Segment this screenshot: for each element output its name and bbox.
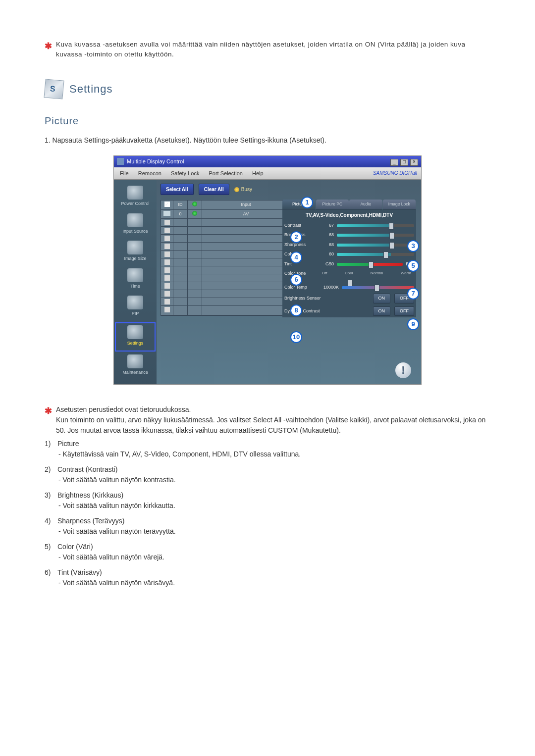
brightness-sensor-row: Brightness Sensor ON OFF	[282, 292, 416, 305]
item-sub: - Voit säätää valitun näytön terävyyttä.	[58, 526, 490, 537]
item-num: 1)	[45, 439, 57, 459]
desc-item: 4)Sharpness (Terävyys)- Voit säätää vali…	[45, 516, 490, 537]
color-row: Color 60	[282, 250, 416, 259]
tab-picture-pc[interactable]: Picture PC	[316, 200, 349, 209]
col-input: Input	[202, 201, 290, 209]
item-sub: - Voit säätää valitun näytön kontrastia.	[58, 475, 490, 485]
pip-icon	[127, 296, 143, 309]
sidebar-item-power-control[interactable]: Power Control	[114, 184, 157, 211]
app-title: Multiple Display Control	[127, 157, 184, 166]
menu-port-selection[interactable]: Port Selection	[205, 168, 246, 179]
app-window: Multiple Display Control _ □ × File Remo…	[113, 155, 422, 385]
dynamic-contrast-off[interactable]: OFF	[394, 306, 414, 316]
callout-2: 2	[290, 231, 302, 243]
menu-safety-lock[interactable]: Safety Lock	[167, 168, 203, 179]
below-note-1: Asetusten perustiedot ovat tietoruudukos…	[56, 405, 191, 413]
brightness-slider[interactable]	[337, 234, 414, 237]
item-num: 4)	[45, 516, 57, 537]
item-sub: - Voit säätää valitun näytön kirkkautta.	[58, 501, 490, 511]
desc-item: 5)Color (Väri)- Voit säätää valitun näyt…	[45, 542, 490, 562]
callout-4: 4	[290, 252, 302, 263]
callout-3: 3	[407, 240, 419, 252]
sharpness-slider[interactable]	[337, 244, 414, 247]
star-icon: ✱	[45, 40, 52, 60]
item-num: 6)	[45, 567, 57, 588]
section-title: Settings	[69, 81, 113, 97]
image-size-icon	[127, 241, 143, 254]
item-title: Color (Väri)	[57, 542, 490, 552]
sidebar-item-input-source[interactable]: Input Source	[114, 211, 157, 239]
select-all-button[interactable]: Select All	[160, 184, 194, 195]
step-1-num: 1.	[45, 136, 53, 144]
maximize-button[interactable]: □	[400, 159, 408, 166]
status-dot	[192, 211, 197, 216]
tint-row: Tint G50 R50	[282, 259, 416, 269]
callout-10: 10	[290, 331, 302, 343]
dynamic-contrast-on[interactable]: ON	[373, 306, 391, 316]
panel-subtitle: TV,AV,S-Video,Component,HDMI,DTV	[282, 209, 416, 221]
busy-icon	[234, 187, 239, 192]
alert-icon: !	[395, 362, 411, 378]
star-icon: ✱	[45, 404, 52, 436]
menu-help[interactable]: Help	[248, 168, 268, 179]
device-icon	[163, 211, 170, 216]
callout-7: 7	[407, 288, 419, 300]
close-button[interactable]: ×	[410, 159, 418, 166]
color-temp-slider[interactable]	[342, 286, 414, 289]
busy-label: Busy	[241, 186, 252, 193]
brightness-sensor-on[interactable]: ON	[373, 294, 391, 303]
col-id: ID	[173, 201, 188, 209]
item-title: Tint (Värisävy)	[57, 567, 490, 578]
sidebar-item-time[interactable]: Time	[114, 266, 157, 294]
minimize-button[interactable]: _	[390, 159, 398, 166]
settings-cube-icon	[44, 79, 64, 99]
brand-label: SAMSUNG DIGITall	[373, 169, 417, 177]
sidebar-item-settings[interactable]: Settings	[115, 322, 156, 352]
callout-1: 1	[301, 197, 313, 208]
menu-remocon[interactable]: Remocon	[134, 168, 165, 179]
app-icon	[117, 158, 124, 165]
contrast-row: Contrast 67	[282, 221, 416, 231]
item-num: 2)	[45, 464, 57, 485]
table-row[interactable]: 0 AV ▴	[161, 210, 300, 219]
dynamic-contrast-row: Dynamic Contrast ON OFF	[282, 305, 416, 318]
intro-note: Kuva kuvassa -asetuksen avulla voi määri…	[56, 40, 490, 60]
desc-item: 1)Picture- Käytettävissä vain TV, AV, S-…	[45, 439, 490, 459]
input-source-icon	[127, 213, 143, 227]
sidebar-item-maintenance[interactable]: Maintenance	[114, 353, 157, 380]
maintenance-icon	[127, 354, 143, 368]
below-note-2: Kun toiminto on valittu, arvo näkyy liuk…	[56, 416, 485, 434]
subsection-title: Picture	[45, 113, 490, 128]
callout-9: 9	[407, 318, 419, 330]
item-num: 5)	[45, 542, 57, 562]
menu-file[interactable]: File	[116, 168, 133, 179]
sidebar-item-pip[interactable]: PIP	[114, 294, 157, 321]
tab-audio[interactable]: Audio	[349, 200, 382, 209]
contrast-slider[interactable]	[337, 224, 414, 227]
device-grid: ✓ ID Input 0 AV ▴	[160, 200, 300, 316]
item-title: Contrast (Kontrasti)	[57, 464, 490, 475]
brightness-row: Brightness 68	[282, 230, 416, 240]
item-num: 3)	[45, 490, 57, 511]
item-title: Picture	[57, 439, 490, 449]
color-tone-row: Color Tone Off Cool Normal Warm	[282, 269, 416, 283]
tab-image-lock[interactable]: Image Lock	[383, 200, 416, 209]
desc-item: 2)Contrast (Kontrasti)- Voit säätää vali…	[45, 464, 490, 485]
sidebar: Power Control Input Source Image Size Ti…	[114, 180, 157, 384]
color-slider[interactable]	[337, 253, 414, 256]
settings-panel: Picture Picture PC Audio Image Lock TV,A…	[282, 200, 416, 317]
col-status	[188, 201, 202, 209]
time-icon	[127, 268, 143, 282]
sharpness-row: Sharpness 68	[282, 240, 416, 250]
settings-icon	[127, 325, 143, 339]
desc-item: 6)Tint (Värisävy)- Voit säätää valitun n…	[45, 567, 490, 588]
item-sub: - Voit säätää valitun näytön värisävyä.	[58, 578, 490, 588]
sidebar-item-image-size[interactable]: Image Size	[114, 239, 157, 266]
step-1-text: Napsauta Settings-pääkuvaketta (Asetukse…	[53, 136, 326, 144]
power-icon	[127, 186, 143, 200]
item-sub: - Käytettävissä vain TV, AV, S-Video, Co…	[58, 449, 490, 459]
callout-5: 5	[407, 260, 419, 272]
tint-slider[interactable]	[337, 263, 403, 266]
col-check[interactable]: ✓	[161, 201, 173, 209]
clear-all-button[interactable]: Clear All	[199, 184, 229, 195]
